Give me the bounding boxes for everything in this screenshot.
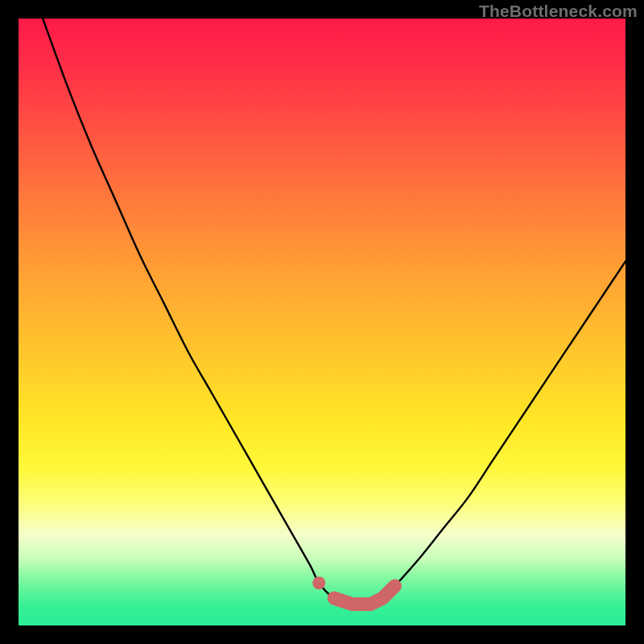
flat-region-start-marker: [312, 576, 325, 589]
bottleneck-curve-chart: [19, 19, 625, 625]
bottleneck-curve: [43, 19, 625, 605]
flat-region-marker: [334, 586, 394, 605]
